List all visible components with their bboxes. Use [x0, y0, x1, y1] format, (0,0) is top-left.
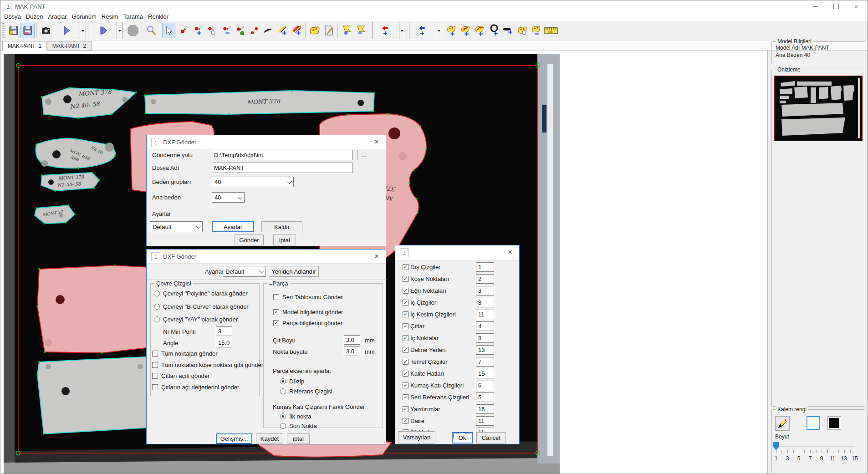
cb-layer-row[interactable]	[403, 335, 408, 341]
notch-size-input[interactable]	[344, 335, 360, 345]
layer-value-input[interactable]	[476, 369, 494, 378]
cb-layer-row[interactable]	[403, 300, 408, 306]
arrow-blue-dropdown[interactable]	[436, 22, 442, 39]
run-button[interactable]	[53, 22, 80, 39]
cb-layer-row[interactable]	[403, 276, 408, 282]
cb-layer-row[interactable]	[403, 394, 408, 400]
radio-yay[interactable]	[154, 316, 160, 322]
dialog1-close-icon[interactable]: ×	[372, 138, 381, 147]
radio-bcurve[interactable]	[154, 304, 160, 310]
pen-add-icon[interactable]	[501, 23, 516, 38]
cancel-button[interactable]: Cancel	[476, 432, 505, 443]
circle-add-icon[interactable]	[487, 23, 501, 38]
pen-color-black-swatch[interactable]	[827, 416, 841, 430]
point-pen-icon[interactable]	[176, 23, 190, 38]
cancel-button[interactable]: iptal	[273, 234, 296, 245]
layer-value-input[interactable]	[476, 392, 494, 402]
menu-dosya[interactable]: Dosya	[4, 13, 25, 20]
cb-layer-row[interactable]	[403, 406, 408, 412]
path-input[interactable]	[212, 150, 352, 160]
cb-layer-row[interactable]	[403, 359, 408, 365]
menu-gorunum[interactable]: Görünüm	[72, 13, 101, 20]
dialog2-close-icon[interactable]: ×	[372, 252, 381, 261]
piece-icon[interactable]	[307, 23, 322, 38]
file-name-input[interactable]	[212, 163, 352, 173]
layer-value-input[interactable]	[476, 357, 494, 367]
arrow-red-add-button[interactable]	[372, 22, 399, 39]
header-settings-combo[interactable]: Default	[223, 266, 266, 277]
cb-all-as-corner[interactable]	[152, 362, 158, 368]
menu-tarama[interactable]: Tarama	[123, 13, 147, 20]
hatch-add-red-icon[interactable]	[289, 23, 303, 38]
main-size-combo[interactable]: 40	[212, 192, 245, 203]
cb-model-info[interactable]	[273, 309, 279, 315]
pen-tool-button[interactable]	[775, 416, 790, 431]
dialog3-title-bar[interactable]: ×	[395, 245, 519, 260]
menu-renkler[interactable]: Renkler	[148, 13, 173, 20]
remove-button[interactable]: Kaldır	[261, 221, 302, 232]
layer-value-input[interactable]	[476, 381, 494, 390]
piece-grab-icon[interactable]	[516, 23, 530, 38]
flag-add-icon[interactable]	[340, 23, 354, 38]
zoom-icon[interactable]	[144, 23, 158, 38]
edit-note-icon[interactable]	[322, 23, 336, 38]
hatch-add-yellow-icon[interactable]	[275, 23, 289, 38]
menu-araclar[interactable]: Araçlar	[48, 13, 71, 20]
save-dxf-icon[interactable]: DXF	[20, 23, 35, 38]
preview-image[interactable]	[774, 76, 863, 141]
cb-piece-info[interactable]	[273, 320, 279, 326]
dialog3-close-icon[interactable]: ×	[505, 248, 515, 257]
layer-value-input[interactable]	[476, 298, 494, 307]
save-button[interactable]: Kaydet	[256, 433, 283, 444]
layer-value-input[interactable]	[476, 286, 494, 296]
dialog2-title-bar[interactable]: DXF Gönder ×	[147, 250, 386, 264]
select-cursor-icon[interactable]	[162, 23, 176, 38]
layer-value-input[interactable]	[476, 310, 494, 319]
radio-last-point[interactable]	[280, 423, 286, 429]
rename-button[interactable]: Yeniden Adlandır	[269, 266, 319, 277]
nr-min-input[interactable]	[216, 326, 232, 336]
tab-mak-pant-2[interactable]: MAK-PANT_2	[47, 41, 92, 51]
cb-layer-row[interactable]	[403, 347, 408, 353]
cb-notch-values[interactable]	[152, 384, 158, 390]
browse-button[interactable]: ...	[357, 150, 370, 160]
layer-value-input[interactable]	[476, 416, 494, 426]
point-grab-icon[interactable]	[204, 23, 219, 38]
piece-point-add-icon[interactable]	[445, 23, 459, 38]
stop-icon[interactable]	[126, 23, 140, 38]
step-button[interactable]	[90, 22, 117, 39]
camera-icon[interactable]	[39, 23, 53, 38]
ok-button[interactable]: Ok	[452, 432, 473, 443]
radio-reference-line[interactable]	[280, 388, 286, 394]
cb-layer-row[interactable]	[403, 288, 408, 294]
piece-line-add-icon[interactable]	[459, 23, 473, 38]
tab-mak-pant-1[interactable]: MAK-PANT_1	[2, 41, 47, 51]
run-dropdown[interactable]	[80, 22, 86, 39]
point-add-icon[interactable]	[190, 23, 204, 38]
layer-value-input[interactable]	[476, 404, 494, 414]
minimize-button[interactable]	[805, 0, 826, 12]
layer-value-input[interactable]	[476, 333, 494, 343]
cb-layer-row[interactable]	[403, 371, 408, 377]
layer-value-input[interactable]	[476, 262, 494, 272]
radio-first-point[interactable]	[280, 413, 286, 419]
size-slider-handle[interactable]	[773, 442, 779, 450]
cb-layer-row[interactable]	[403, 323, 408, 329]
cb-all-points[interactable]	[152, 351, 158, 357]
cancel-button[interactable]: iptal	[287, 433, 310, 444]
layer-value-input[interactable]	[476, 274, 494, 284]
ruler-icon[interactable]: mm	[544, 23, 558, 38]
point-chain-icon[interactable]	[247, 23, 261, 38]
size-slider-track[interactable]	[775, 446, 855, 447]
default-button[interactable]: Varsayılan	[398, 431, 435, 443]
settings-button[interactable]: Ayarlar	[212, 221, 254, 232]
step-dropdown[interactable]	[117, 22, 123, 39]
angle-input[interactable]	[216, 338, 232, 347]
cb-layer-row[interactable]	[403, 418, 408, 424]
send-button[interactable]: Gönder	[235, 234, 264, 245]
settings-combo[interactable]: Default	[150, 221, 203, 232]
point-green-icon[interactable]	[233, 23, 247, 38]
cb-series-table[interactable]	[273, 294, 279, 300]
layer-value-input[interactable]	[476, 321, 494, 331]
radio-polyline[interactable]	[154, 291, 160, 296]
